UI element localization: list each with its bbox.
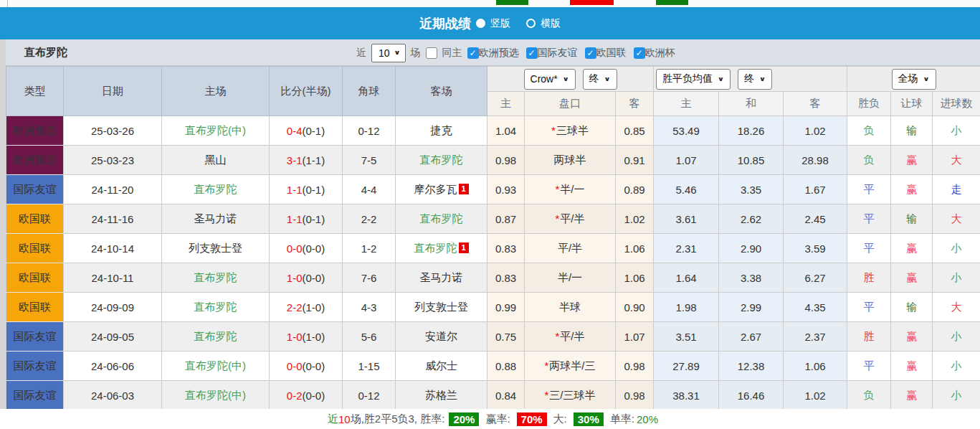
home-team-cell[interactable]: 直布罗陀(中) bbox=[162, 116, 270, 146]
result-wdl-cell: 负 bbox=[847, 146, 891, 175]
result-wdl-cell: 胜 bbox=[847, 322, 891, 352]
away-team-cell[interactable]: 列支敦士登 bbox=[396, 293, 487, 322]
col-header-corners: 角球 bbox=[343, 67, 396, 116]
away-odds-cell: 1.06 bbox=[616, 234, 654, 263]
away-team-cell[interactable]: 捷克 bbox=[396, 116, 487, 146]
avg-home-cell: 2.31 bbox=[654, 234, 719, 263]
avg-away-cell: 4.35 bbox=[784, 293, 847, 322]
subcol-handicap: 盘口 bbox=[525, 92, 616, 116]
away-team-cell[interactable]: 苏格兰 bbox=[396, 381, 487, 410]
result-scope-select[interactable]: 全场 ∨ bbox=[892, 69, 936, 90]
date-cell: 24-09-09 bbox=[64, 293, 162, 322]
subcol-avg-away: 客 bbox=[784, 92, 847, 116]
league-checkbox-checked[interactable]: ✓ bbox=[585, 47, 596, 59]
away-team-cell[interactable]: 威尔士 bbox=[396, 352, 487, 381]
league-filter-label: 欧洲预选 bbox=[479, 47, 519, 60]
avg-type-value: 胜平负均值 bbox=[662, 72, 713, 85]
result-goals-cell: 大 bbox=[933, 204, 980, 234]
section-title-bar: 近期战绩 竖版 横版 bbox=[0, 7, 980, 39]
avg-home-cell: 3.61 bbox=[654, 204, 719, 234]
horizontal-layout-radio[interactable] bbox=[526, 19, 536, 28]
result-handicap-cell: 输 bbox=[891, 116, 933, 146]
cropped-red-badge bbox=[570, 0, 614, 5]
home-team-cell[interactable]: 直布罗陀 bbox=[162, 263, 270, 293]
away-odds-cell: 0.89 bbox=[616, 175, 654, 204]
result-wdl-cell: 平 bbox=[847, 204, 891, 234]
away-odds-cell: 0.90 bbox=[616, 293, 654, 322]
away-team-cell[interactable]: 安道尔 bbox=[396, 322, 487, 352]
league-filter-label: 国际友谊 bbox=[538, 47, 578, 60]
avg-away-cell: 6.27 bbox=[784, 263, 847, 293]
home-team-cell[interactable]: 直布罗陀 bbox=[162, 322, 270, 352]
vertical-layout-radio[interactable] bbox=[476, 19, 485, 28]
same-home-checkbox[interactable] bbox=[426, 47, 437, 59]
avg-period-value: 终 bbox=[744, 72, 754, 85]
home-odds-cell: 0.98 bbox=[487, 146, 525, 175]
home-team-cell[interactable]: 列支敦士登 bbox=[162, 234, 270, 263]
horizontal-layout-label[interactable]: 横版 bbox=[541, 17, 561, 30]
date-cell: 24-09-05 bbox=[64, 322, 162, 352]
bookmaker-select[interactable]: Crow* ∨ bbox=[524, 69, 576, 90]
score-cell: 0-4(0-1) bbox=[270, 116, 343, 146]
home-team-cell[interactable]: 直布罗陀(中) bbox=[162, 381, 270, 410]
league-checkbox-checked[interactable]: ✓ bbox=[467, 47, 479, 59]
games-label: 场 bbox=[411, 47, 421, 60]
result-wdl-cell: 负 bbox=[847, 381, 891, 410]
home-odds-cell: 0.87 bbox=[487, 204, 525, 234]
away-team-cell[interactable]: 摩尔多瓦1 bbox=[396, 175, 487, 204]
avg-home-cell: 1.64 bbox=[654, 263, 719, 293]
league-checkbox-checked[interactable]: ✓ bbox=[526, 47, 538, 59]
subcol-result-wdl: 胜负 bbox=[847, 92, 891, 116]
score-cell: 1-1(0-1) bbox=[270, 175, 343, 204]
avg-type-select[interactable]: 胜平负均值 ∨ bbox=[656, 69, 731, 90]
summary-near: 近 bbox=[328, 412, 338, 426]
corners-cell: 1-15 bbox=[343, 352, 396, 381]
profit-rate-label: 赢率: bbox=[485, 412, 510, 426]
away-team-cell[interactable]: 圣马力诺 bbox=[396, 263, 487, 293]
home-team-cell[interactable]: 直布罗陀 bbox=[162, 175, 270, 204]
home-odds-cell: 1.04 bbox=[487, 116, 525, 146]
home-team-cell[interactable]: 直布罗陀(中) bbox=[162, 352, 270, 381]
avg-away-cell: 1.02 bbox=[784, 381, 847, 410]
handicap-cell: *平/半 bbox=[525, 322, 616, 352]
competition-type-cell: 国际友谊 bbox=[6, 352, 64, 381]
score-cell: 0-0(0-0) bbox=[270, 234, 343, 263]
date-cell: 24-11-16 bbox=[64, 204, 162, 234]
score-cell: 0-0(0-0) bbox=[270, 352, 343, 381]
result-handicap-cell: 输 bbox=[891, 293, 933, 322]
cropped-green-badge bbox=[496, 0, 528, 5]
away-team-cell[interactable]: 直布罗陀 bbox=[396, 146, 487, 175]
corners-cell: 7-5 bbox=[343, 146, 396, 175]
col-header-home: 主场 bbox=[162, 67, 270, 116]
match-row: 欧国联24-09-09直布罗陀2-2(1-0)4-3列支敦士登0.99半球0.9… bbox=[6, 293, 980, 322]
vertical-layout-label[interactable]: 竖版 bbox=[490, 17, 510, 30]
result-goals-cell: 小 bbox=[933, 234, 980, 263]
cropped-top-strip bbox=[0, 0, 980, 7]
away-team-cell[interactable]: 直布罗陀 bbox=[396, 204, 487, 234]
handicap-cell: *两球半/三 bbox=[525, 352, 616, 381]
score-cell: 1-0(1-0) bbox=[270, 322, 343, 352]
match-row: 欧洲预选25-03-26直布罗陀(中)0-4(0-1)0-12捷克1.04*三球… bbox=[6, 116, 980, 146]
subcol-odds-away: 客 bbox=[616, 92, 654, 116]
avg-draw-cell: 12.38 bbox=[719, 352, 784, 381]
league-filter-label: 欧国联 bbox=[596, 47, 627, 60]
date-cell: 24-11-20 bbox=[64, 175, 162, 204]
avg-period-select[interactable]: 终 ∨ bbox=[738, 69, 772, 90]
match-count-select[interactable]: 10 ∨ bbox=[371, 44, 406, 62]
away-odds-cell: 0.98 bbox=[616, 352, 654, 381]
away-team-cell[interactable]: 直布罗陀1 bbox=[396, 234, 487, 263]
avg-away-cell: 1.06 bbox=[784, 352, 847, 381]
chevron-down-icon: ∨ bbox=[718, 75, 724, 82]
big-rate-badge: 30% bbox=[574, 412, 604, 426]
home-odds-cell: 0.99 bbox=[487, 293, 525, 322]
same-home-label: 同主 bbox=[442, 47, 462, 60]
avg-away-cell: 1.67 bbox=[784, 175, 847, 204]
avg-home-cell: 5.46 bbox=[654, 175, 719, 204]
league-checkbox-checked[interactable]: ✓ bbox=[634, 47, 645, 59]
odds-period-select[interactable]: 终 ∨ bbox=[583, 69, 617, 90]
subcol-avg-draw: 和 bbox=[719, 92, 784, 116]
home-team-cell[interactable]: 圣马力诺 bbox=[162, 204, 270, 234]
home-team-cell[interactable]: 黑山 bbox=[162, 146, 270, 175]
home-team-cell[interactable]: 直布罗陀 bbox=[162, 293, 270, 322]
competition-type-cell: 国际友谊 bbox=[6, 381, 64, 410]
